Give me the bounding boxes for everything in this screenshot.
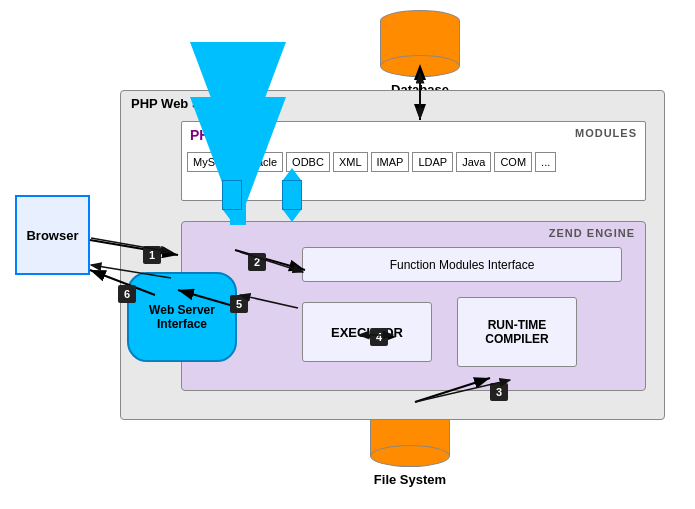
web-server-interface-label: Web Server Interface xyxy=(129,303,235,331)
browser-box: Browser xyxy=(15,195,90,275)
database-cylinder-bottom xyxy=(380,55,460,77)
left-vert-arrow xyxy=(222,168,242,222)
executor-box: EXECUTOR xyxy=(302,302,432,362)
module-oracle: Oracle xyxy=(239,152,283,172)
executor-label: EXECUTOR xyxy=(331,325,403,340)
runtime-compiler-box: RUN-TIMECOMPILER xyxy=(457,297,577,367)
badge-3: 3 xyxy=(490,383,508,401)
php-label: PHP xyxy=(190,127,219,143)
fs-cylinder-bottom xyxy=(370,445,450,467)
badge-2: 2 xyxy=(248,253,266,271)
badge-5: 5 xyxy=(230,295,248,313)
module-xml: XML xyxy=(333,152,368,172)
module-etc: ... xyxy=(535,152,556,172)
function-modules-interface-box: Function Modules Interface xyxy=(302,247,622,282)
browser-label: Browser xyxy=(26,228,78,243)
badge-4: 4 xyxy=(370,328,388,346)
function-modules-interface-label: Function Modules Interface xyxy=(390,258,535,272)
web-server-interface-box: Web Server Interface xyxy=(127,272,237,362)
module-imap: IMAP xyxy=(371,152,410,172)
badge-6: 6 xyxy=(118,285,136,303)
modules-label: MODULES xyxy=(575,127,637,139)
php-webserver-label: PHP Web Server xyxy=(131,96,232,111)
module-java: Java xyxy=(456,152,491,172)
filesystem-label: File System xyxy=(370,472,450,487)
badge-1: 1 xyxy=(143,246,161,264)
diagram-container: Database File System PHP Web Server PHP … xyxy=(0,0,695,509)
module-com: COM xyxy=(494,152,532,172)
zend-label: ZEND ENGINE xyxy=(549,227,635,239)
database-cylinder: Database xyxy=(380,10,460,97)
right-vert-arrow xyxy=(282,168,302,222)
php-modules-box: PHP MODULES MySQL Oracle ODBC XML IMAP L… xyxy=(181,121,646,201)
zend-engine-box: ZEND ENGINE Function Modules Interface E… xyxy=(181,221,646,391)
modules-row: MySQL Oracle ODBC XML IMAP LDAP Java COM… xyxy=(187,152,640,172)
runtime-compiler-label: RUN-TIMECOMPILER xyxy=(485,318,548,346)
module-ldap: LDAP xyxy=(412,152,453,172)
php-webserver-box: PHP Web Server PHP MODULES MySQL Oracle … xyxy=(120,90,665,420)
